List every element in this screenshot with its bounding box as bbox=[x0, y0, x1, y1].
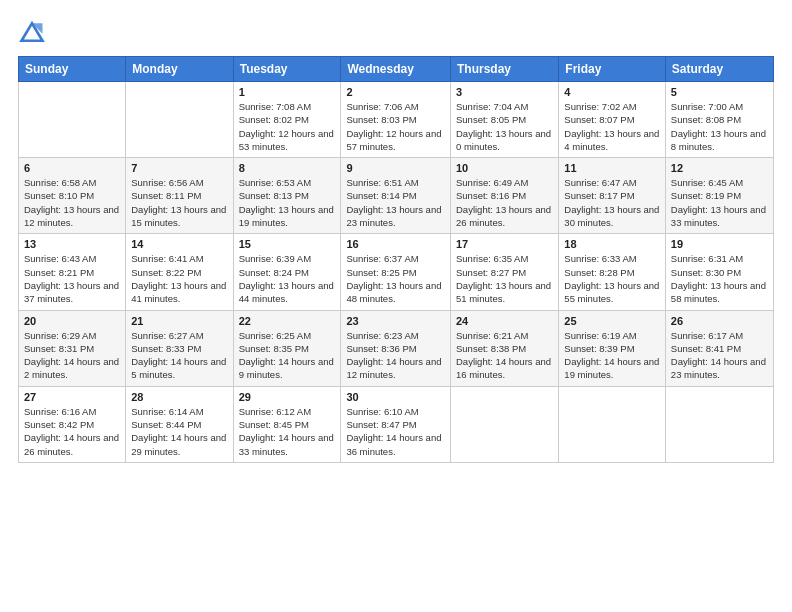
cell-info-text: Sunrise: 6:12 AM Sunset: 8:45 PM Dayligh… bbox=[239, 405, 336, 458]
cell-info-text: Sunrise: 6:19 AM Sunset: 8:39 PM Dayligh… bbox=[564, 329, 660, 382]
cell-date-number: 6 bbox=[24, 162, 120, 174]
header bbox=[18, 18, 774, 46]
calendar-cell: 17Sunrise: 6:35 AM Sunset: 8:27 PM Dayli… bbox=[451, 234, 559, 310]
cell-date-number: 13 bbox=[24, 238, 120, 250]
logo bbox=[18, 18, 50, 46]
calendar-header-row: SundayMondayTuesdayWednesdayThursdayFrid… bbox=[19, 57, 774, 82]
calendar-cell: 2Sunrise: 7:06 AM Sunset: 8:03 PM Daylig… bbox=[341, 82, 451, 158]
calendar-cell: 5Sunrise: 7:00 AM Sunset: 8:08 PM Daylig… bbox=[665, 82, 773, 158]
calendar-cell bbox=[451, 386, 559, 462]
calendar-table: SundayMondayTuesdayWednesdayThursdayFrid… bbox=[18, 56, 774, 463]
cell-date-number: 21 bbox=[131, 315, 227, 327]
cell-info-text: Sunrise: 6:47 AM Sunset: 8:17 PM Dayligh… bbox=[564, 176, 660, 229]
day-header-thursday: Thursday bbox=[451, 57, 559, 82]
calendar-cell: 28Sunrise: 6:14 AM Sunset: 8:44 PM Dayli… bbox=[126, 386, 233, 462]
calendar-week-row: 6Sunrise: 6:58 AM Sunset: 8:10 PM Daylig… bbox=[19, 158, 774, 234]
calendar-cell: 13Sunrise: 6:43 AM Sunset: 8:21 PM Dayli… bbox=[19, 234, 126, 310]
calendar-cell: 22Sunrise: 6:25 AM Sunset: 8:35 PM Dayli… bbox=[233, 310, 341, 386]
calendar-cell bbox=[19, 82, 126, 158]
cell-info-text: Sunrise: 6:43 AM Sunset: 8:21 PM Dayligh… bbox=[24, 252, 120, 305]
page: SundayMondayTuesdayWednesdayThursdayFrid… bbox=[0, 0, 792, 612]
cell-date-number: 14 bbox=[131, 238, 227, 250]
calendar-cell: 19Sunrise: 6:31 AM Sunset: 8:30 PM Dayli… bbox=[665, 234, 773, 310]
day-header-tuesday: Tuesday bbox=[233, 57, 341, 82]
cell-info-text: Sunrise: 6:29 AM Sunset: 8:31 PM Dayligh… bbox=[24, 329, 120, 382]
calendar-cell: 1Sunrise: 7:08 AM Sunset: 8:02 PM Daylig… bbox=[233, 82, 341, 158]
cell-date-number: 16 bbox=[346, 238, 445, 250]
cell-info-text: Sunrise: 6:14 AM Sunset: 8:44 PM Dayligh… bbox=[131, 405, 227, 458]
cell-info-text: Sunrise: 6:35 AM Sunset: 8:27 PM Dayligh… bbox=[456, 252, 553, 305]
calendar-cell: 30Sunrise: 6:10 AM Sunset: 8:47 PM Dayli… bbox=[341, 386, 451, 462]
day-header-sunday: Sunday bbox=[19, 57, 126, 82]
cell-info-text: Sunrise: 6:23 AM Sunset: 8:36 PM Dayligh… bbox=[346, 329, 445, 382]
calendar-cell: 21Sunrise: 6:27 AM Sunset: 8:33 PM Dayli… bbox=[126, 310, 233, 386]
cell-info-text: Sunrise: 6:21 AM Sunset: 8:38 PM Dayligh… bbox=[456, 329, 553, 382]
cell-date-number: 19 bbox=[671, 238, 768, 250]
cell-info-text: Sunrise: 6:56 AM Sunset: 8:11 PM Dayligh… bbox=[131, 176, 227, 229]
cell-date-number: 25 bbox=[564, 315, 660, 327]
calendar-cell: 10Sunrise: 6:49 AM Sunset: 8:16 PM Dayli… bbox=[451, 158, 559, 234]
day-header-wednesday: Wednesday bbox=[341, 57, 451, 82]
cell-date-number: 26 bbox=[671, 315, 768, 327]
cell-info-text: Sunrise: 6:25 AM Sunset: 8:35 PM Dayligh… bbox=[239, 329, 336, 382]
cell-date-number: 11 bbox=[564, 162, 660, 174]
logo-icon bbox=[18, 18, 46, 46]
cell-info-text: Sunrise: 6:33 AM Sunset: 8:28 PM Dayligh… bbox=[564, 252, 660, 305]
cell-info-text: Sunrise: 6:10 AM Sunset: 8:47 PM Dayligh… bbox=[346, 405, 445, 458]
cell-info-text: Sunrise: 7:08 AM Sunset: 8:02 PM Dayligh… bbox=[239, 100, 336, 153]
calendar-cell: 26Sunrise: 6:17 AM Sunset: 8:41 PM Dayli… bbox=[665, 310, 773, 386]
cell-date-number: 7 bbox=[131, 162, 227, 174]
cell-info-text: Sunrise: 6:27 AM Sunset: 8:33 PM Dayligh… bbox=[131, 329, 227, 382]
cell-date-number: 22 bbox=[239, 315, 336, 327]
cell-date-number: 30 bbox=[346, 391, 445, 403]
calendar-week-row: 27Sunrise: 6:16 AM Sunset: 8:42 PM Dayli… bbox=[19, 386, 774, 462]
cell-info-text: Sunrise: 6:16 AM Sunset: 8:42 PM Dayligh… bbox=[24, 405, 120, 458]
day-header-friday: Friday bbox=[559, 57, 666, 82]
cell-date-number: 8 bbox=[239, 162, 336, 174]
cell-info-text: Sunrise: 7:04 AM Sunset: 8:05 PM Dayligh… bbox=[456, 100, 553, 153]
cell-date-number: 3 bbox=[456, 86, 553, 98]
calendar-week-row: 20Sunrise: 6:29 AM Sunset: 8:31 PM Dayli… bbox=[19, 310, 774, 386]
cell-date-number: 5 bbox=[671, 86, 768, 98]
calendar-cell: 16Sunrise: 6:37 AM Sunset: 8:25 PM Dayli… bbox=[341, 234, 451, 310]
calendar-cell: 29Sunrise: 6:12 AM Sunset: 8:45 PM Dayli… bbox=[233, 386, 341, 462]
calendar-cell: 15Sunrise: 6:39 AM Sunset: 8:24 PM Dayli… bbox=[233, 234, 341, 310]
calendar-cell bbox=[126, 82, 233, 158]
cell-info-text: Sunrise: 6:53 AM Sunset: 8:13 PM Dayligh… bbox=[239, 176, 336, 229]
cell-date-number: 1 bbox=[239, 86, 336, 98]
calendar-cell: 12Sunrise: 6:45 AM Sunset: 8:19 PM Dayli… bbox=[665, 158, 773, 234]
calendar-cell bbox=[665, 386, 773, 462]
calendar-cell: 4Sunrise: 7:02 AM Sunset: 8:07 PM Daylig… bbox=[559, 82, 666, 158]
cell-date-number: 18 bbox=[564, 238, 660, 250]
cell-date-number: 9 bbox=[346, 162, 445, 174]
cell-info-text: Sunrise: 6:39 AM Sunset: 8:24 PM Dayligh… bbox=[239, 252, 336, 305]
cell-info-text: Sunrise: 6:37 AM Sunset: 8:25 PM Dayligh… bbox=[346, 252, 445, 305]
calendar-week-row: 1Sunrise: 7:08 AM Sunset: 8:02 PM Daylig… bbox=[19, 82, 774, 158]
cell-date-number: 12 bbox=[671, 162, 768, 174]
cell-info-text: Sunrise: 6:41 AM Sunset: 8:22 PM Dayligh… bbox=[131, 252, 227, 305]
calendar-cell: 3Sunrise: 7:04 AM Sunset: 8:05 PM Daylig… bbox=[451, 82, 559, 158]
calendar-cell: 23Sunrise: 6:23 AM Sunset: 8:36 PM Dayli… bbox=[341, 310, 451, 386]
cell-info-text: Sunrise: 7:06 AM Sunset: 8:03 PM Dayligh… bbox=[346, 100, 445, 153]
calendar-cell: 20Sunrise: 6:29 AM Sunset: 8:31 PM Dayli… bbox=[19, 310, 126, 386]
cell-info-text: Sunrise: 6:51 AM Sunset: 8:14 PM Dayligh… bbox=[346, 176, 445, 229]
calendar-cell: 7Sunrise: 6:56 AM Sunset: 8:11 PM Daylig… bbox=[126, 158, 233, 234]
cell-date-number: 15 bbox=[239, 238, 336, 250]
cell-date-number: 20 bbox=[24, 315, 120, 327]
cell-date-number: 23 bbox=[346, 315, 445, 327]
calendar-cell bbox=[559, 386, 666, 462]
calendar-cell: 9Sunrise: 6:51 AM Sunset: 8:14 PM Daylig… bbox=[341, 158, 451, 234]
calendar-cell: 18Sunrise: 6:33 AM Sunset: 8:28 PM Dayli… bbox=[559, 234, 666, 310]
calendar-cell: 14Sunrise: 6:41 AM Sunset: 8:22 PM Dayli… bbox=[126, 234, 233, 310]
cell-date-number: 2 bbox=[346, 86, 445, 98]
cell-date-number: 10 bbox=[456, 162, 553, 174]
cell-date-number: 24 bbox=[456, 315, 553, 327]
calendar-week-row: 13Sunrise: 6:43 AM Sunset: 8:21 PM Dayli… bbox=[19, 234, 774, 310]
calendar-cell: 24Sunrise: 6:21 AM Sunset: 8:38 PM Dayli… bbox=[451, 310, 559, 386]
calendar-cell: 8Sunrise: 6:53 AM Sunset: 8:13 PM Daylig… bbox=[233, 158, 341, 234]
cell-info-text: Sunrise: 7:02 AM Sunset: 8:07 PM Dayligh… bbox=[564, 100, 660, 153]
calendar-cell: 25Sunrise: 6:19 AM Sunset: 8:39 PM Dayli… bbox=[559, 310, 666, 386]
cell-date-number: 17 bbox=[456, 238, 553, 250]
calendar-cell: 11Sunrise: 6:47 AM Sunset: 8:17 PM Dayli… bbox=[559, 158, 666, 234]
cell-info-text: Sunrise: 6:45 AM Sunset: 8:19 PM Dayligh… bbox=[671, 176, 768, 229]
